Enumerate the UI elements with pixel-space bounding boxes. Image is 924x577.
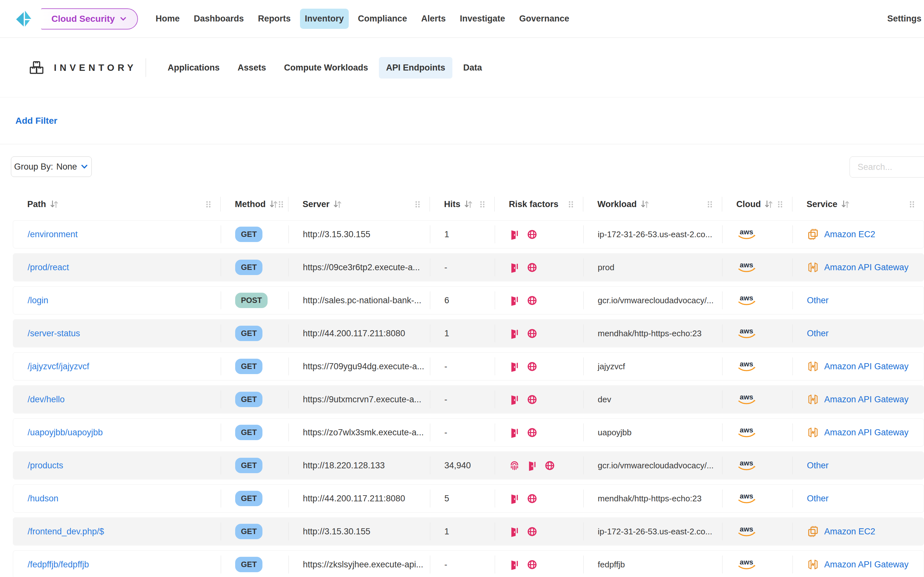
column-header-service[interactable]: Service (792, 195, 924, 213)
path-link[interactable]: /server-status (27, 329, 80, 338)
globe-icon[interactable] (544, 460, 555, 471)
aws-cloud-icon (737, 525, 757, 538)
nav-item-home[interactable]: Home (151, 9, 184, 29)
service-link[interactable]: Amazon API Gateway (824, 395, 909, 405)
service-link[interactable]: Other (807, 494, 829, 504)
globe-icon[interactable] (527, 328, 537, 339)
column-header-workload[interactable]: Workload (583, 195, 722, 213)
path-link[interactable]: /fedpffjb/fedpffjb (27, 560, 89, 570)
service-link[interactable]: Amazon API Gateway (824, 263, 909, 272)
tab-assets[interactable]: Assets (231, 57, 273, 79)
nav-item-settings[interactable]: Settings (887, 14, 924, 24)
service-link[interactable]: Other (807, 295, 829, 306)
path-link[interactable]: /hudson (27, 494, 58, 504)
filter-band: Add Filter (0, 98, 924, 144)
sort-icon[interactable] (333, 199, 342, 209)
tab-data[interactable]: Data (456, 57, 489, 79)
globe-icon[interactable] (527, 526, 537, 537)
risk-factors-cell (495, 518, 583, 545)
drag-handle-icon[interactable] (909, 201, 914, 208)
workload-cell: prod (583, 253, 722, 281)
group-by-dropdown[interactable]: Group By: None (11, 156, 92, 177)
service-cell: Other (792, 452, 924, 479)
service-link[interactable]: Amazon API Gateway (824, 428, 909, 438)
door-icon[interactable] (509, 559, 520, 570)
nav-item-inventory[interactable]: Inventory (300, 9, 349, 29)
method-badge: GET (235, 359, 262, 374)
globe-icon[interactable] (527, 427, 537, 438)
path-link[interactable]: /uapoyjbb/uapoyjbb (27, 428, 103, 438)
door-icon[interactable] (509, 526, 520, 537)
path-link[interactable]: /dev/hello (27, 395, 65, 405)
globe-icon[interactable] (527, 493, 537, 504)
drag-handle-icon[interactable] (569, 201, 573, 208)
drag-handle-icon[interactable] (278, 201, 283, 208)
service-link[interactable]: Amazon API Gateway (824, 362, 909, 372)
cloud-cell (722, 253, 792, 281)
service-link[interactable]: Amazon EC2 (824, 229, 875, 239)
sort-icon[interactable] (269, 199, 278, 209)
nav-item-dashboards[interactable]: Dashboards (189, 9, 249, 29)
column-header-path[interactable]: Path (13, 195, 220, 213)
service-link[interactable]: Other (807, 461, 829, 471)
drag-handle-icon[interactable] (206, 201, 211, 208)
column-header-server[interactable]: Server (288, 195, 430, 213)
sort-icon[interactable] (49, 199, 59, 209)
column-header-cloud[interactable]: Cloud (722, 195, 792, 213)
sort-icon[interactable] (464, 199, 473, 209)
nav-item-alerts[interactable]: Alerts (417, 9, 451, 29)
add-filter-button[interactable]: Add Filter (15, 116, 57, 126)
nav-item-reports[interactable]: Reports (253, 9, 296, 29)
service-link[interactable]: Other (807, 329, 829, 338)
drag-handle-icon[interactable] (480, 201, 485, 208)
door-icon[interactable] (509, 493, 520, 504)
workload-text: dev (598, 395, 611, 405)
workload-text: jajyzvcf (598, 362, 625, 372)
sort-icon[interactable] (640, 199, 650, 209)
drag-handle-icon[interactable] (708, 201, 712, 208)
path-link[interactable]: /jajyzvcf/jajyzvcf (27, 362, 89, 372)
sort-icon[interactable] (764, 199, 774, 209)
door-icon[interactable] (509, 328, 520, 339)
globe-icon[interactable] (527, 361, 537, 372)
nav-item-investigate[interactable]: Investigate (455, 9, 510, 29)
column-header-method[interactable]: Method (220, 195, 288, 213)
drag-handle-icon[interactable] (415, 201, 420, 208)
service-link[interactable]: Amazon API Gateway (824, 560, 909, 570)
workload-cell: fedpffjb (583, 551, 722, 577)
door-icon[interactable] (527, 460, 537, 471)
door-icon[interactable] (509, 394, 520, 405)
globe-icon[interactable] (527, 295, 537, 306)
tab-applications[interactable]: Applications (161, 57, 227, 79)
door-icon[interactable] (509, 295, 520, 306)
globe-icon[interactable] (527, 262, 537, 273)
fingerprint-icon[interactable] (509, 460, 520, 471)
cloud-security-menu[interactable]: Cloud Security (41, 8, 138, 29)
door-icon[interactable] (509, 229, 520, 240)
path-link[interactable]: /products (27, 461, 63, 471)
nav-item-governance[interactable]: Governance (514, 9, 574, 29)
globe-icon[interactable] (527, 394, 537, 405)
workload-cell: ip-172-31-26-53.us-east-2.co... (583, 221, 722, 248)
path-link[interactable]: /login (27, 295, 48, 306)
path-link[interactable]: /environment (27, 229, 78, 239)
service-link[interactable]: Amazon EC2 (824, 527, 875, 537)
column-header-hits[interactable]: Hits (430, 195, 494, 213)
search-input[interactable] (850, 156, 924, 177)
sort-icon[interactable] (841, 199, 850, 209)
door-icon[interactable] (509, 262, 520, 273)
tab-api-endpoints[interactable]: API Endpoints (379, 57, 452, 79)
tab-compute-workloads[interactable]: Compute Workloads (277, 57, 375, 79)
door-icon[interactable] (509, 427, 520, 438)
nav-item-compliance[interactable]: Compliance (353, 9, 412, 29)
globe-icon[interactable] (527, 559, 537, 570)
door-icon[interactable] (509, 361, 520, 372)
drag-handle-icon[interactable] (778, 201, 782, 208)
column-header-risk-factors[interactable]: Risk factors (494, 195, 583, 213)
method-cell: GET (221, 221, 288, 248)
path-link[interactable]: /prod/react (27, 263, 69, 272)
path-link[interactable]: /frontend_dev.php/$ (27, 527, 104, 537)
globe-icon[interactable] (527, 229, 537, 240)
path-cell: /environment (13, 221, 221, 248)
app-logo-icon[interactable] (15, 8, 33, 30)
